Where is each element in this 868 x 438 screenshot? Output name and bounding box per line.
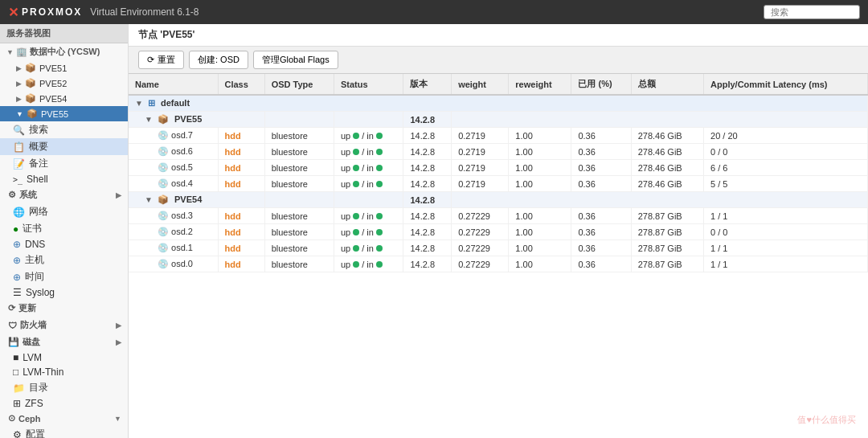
osd-total: 278.46 GiB (631, 160, 703, 176)
osd-status: up / in (334, 160, 403, 176)
sidebar-item-pve55[interactable]: ▼ 📦 PVE55 (0, 106, 128, 121)
osd-weight: 0.2719 (452, 144, 509, 160)
sidebar-label-network: 网络 (29, 205, 48, 219)
sidebar-item-certs[interactable]: ● 证书 (0, 220, 128, 237)
osd-total: 278.87 GiB (631, 208, 703, 224)
node-version: 14.2.8 (403, 192, 452, 208)
col-latency: Apply/Commit Latency (ms) (704, 74, 868, 95)
reload-icon: ⟳ (147, 55, 154, 65)
table-row[interactable]: ▼ 📦 PVE54 14.2.8 (129, 192, 868, 208)
osd-class: hdd (218, 176, 264, 192)
node-name: PVE55 (174, 114, 202, 124)
osd-version: 14.2.8 (403, 160, 452, 176)
sidebar-item-time[interactable]: ⊕ 时间 (0, 268, 128, 285)
sidebar-label-shell: Shell (27, 174, 48, 185)
sidebar-item-ceph[interactable]: ⊙ Ceph ▼ (0, 411, 128, 426)
table-row[interactable]: 💿 osd.4 hdd bluestore up / in 14.2.8 0.2… (129, 176, 868, 192)
sidebar-item-pve52[interactable]: ▶ 📦 PVE52 (0, 76, 128, 91)
osd-version: 14.2.8 (403, 144, 452, 160)
shell-icon: >_ (13, 175, 23, 184)
osd-reweight: 1.00 (509, 176, 571, 192)
table-row[interactable]: 💿 osd.6 hdd bluestore up / in 14.2.8 0.2… (129, 144, 868, 160)
sidebar-item-ceph-config[interactable]: ⚙ 配置 (0, 426, 128, 438)
sidebar-label-notes: 备注 (29, 157, 48, 170)
node-name: PVE54 (174, 194, 202, 204)
table-row[interactable]: ▼ 📦 PVE55 14.2.8 (129, 112, 868, 128)
osd-weight: 0.27229 (452, 256, 509, 272)
search-input[interactable] (764, 5, 860, 19)
sidebar-label-firewall: 防火墙 (20, 319, 47, 331)
osd-status: up / in (334, 208, 403, 224)
sidebar-item-dns[interactable]: ⊕ DNS (0, 237, 128, 252)
sidebar-item-summary[interactable]: 📋 概要 (0, 138, 128, 155)
node-status (334, 112, 403, 128)
node-icon: 📦 (25, 63, 36, 73)
sidebar-item-pve51[interactable]: ▶ 📦 PVE51 (0, 60, 128, 76)
table-row[interactable]: 💿 osd.5 hdd bluestore up / in 14.2.8 0.2… (129, 160, 868, 176)
sidebar-item-shell[interactable]: >_ Shell (0, 172, 128, 186)
osd-class: hdd (218, 128, 264, 144)
table-row[interactable]: 💿 osd.3 hdd bluestore up / in 14.2.8 0.2… (129, 208, 868, 224)
osd-used: 0.36 (571, 224, 631, 240)
arrow-icon: ▶ (16, 64, 22, 72)
sidebar-item-search[interactable]: 🔍 搜索 (0, 121, 128, 138)
sidebar-item-network[interactable]: 🌐 网络 (0, 203, 128, 220)
table-row[interactable]: 💿 osd.7 hdd bluestore up / in 14.2.8 0.2… (129, 128, 868, 144)
sidebar-item-updates[interactable]: ⟳ 更新 (0, 300, 128, 317)
table-row[interactable]: 💿 osd.1 hdd bluestore up / in 14.2.8 0.2… (129, 240, 868, 256)
table-row[interactable]: ▼ ⊞ default (129, 95, 868, 112)
osd-used: 0.36 (571, 144, 631, 160)
osd-class: hdd (218, 224, 264, 240)
chevron-right-icon2: ▶ (116, 321, 121, 330)
gear-icon: ⚙ (8, 190, 16, 200)
osd-type: bluestore (264, 176, 334, 192)
sidebar-label-datacenter: 数据中心 (YCSW) (30, 46, 100, 58)
osd-used: 0.36 (571, 208, 631, 224)
sidebar-item-hosts[interactable]: ⊕ 主机 (0, 252, 128, 268)
sidebar-item-pve54[interactable]: ▶ 📦 PVE54 (0, 91, 128, 106)
col-used-pct: 已用 (%) (571, 74, 631, 95)
content-area: 节点 'PVE55' ⟳ 重置 创建: OSD 管理Global Flags N… (129, 24, 868, 438)
sidebar-item-notes[interactable]: 📝 备注 (0, 155, 128, 172)
sidebar-label-hosts: 主机 (25, 253, 44, 267)
chevron-right-icon: ▶ (116, 191, 121, 199)
sidebar-item-zfs[interactable]: ⊞ ZFS (0, 396, 128, 411)
table-row[interactable]: 💿 osd.2 hdd bluestore up / in 14.2.8 0.2… (129, 224, 868, 240)
lvm-thin-icon: □ (13, 366, 18, 378)
osd-latency: 1 / 1 (704, 256, 868, 272)
osd-version: 14.2.8 (403, 224, 452, 240)
sidebar-item-datacenter[interactable]: ▼ 🏢 数据中心 (YCSW) (0, 43, 128, 60)
create-osd-button[interactable]: 创建: OSD (189, 51, 248, 69)
sidebar-label-updates: 更新 (18, 302, 36, 314)
sidebar-label-dns: DNS (25, 239, 45, 250)
table-row[interactable]: 💿 osd.0 hdd bluestore up / in 14.2.8 0.2… (129, 256, 868, 272)
sidebar-item-lvm[interactable]: ■ LVM (0, 350, 128, 365)
col-status: Status (334, 74, 403, 95)
sidebar-label-ceph-config: 配置 (26, 428, 45, 438)
dns-icon: ⊕ (13, 239, 21, 250)
osd-used: 0.36 (571, 240, 631, 256)
manage-flags-button[interactable]: 管理Global Flags (253, 51, 338, 69)
content-header: 节点 'PVE55' (129, 24, 868, 47)
sidebar: 服务器视图 ▼ 🏢 数据中心 (YCSW) ▶ 📦 PVE51 ▶ 📦 PVE5… (0, 24, 129, 438)
reload-button[interactable]: ⟳ 重置 (138, 51, 184, 69)
osd-status: up / in (334, 144, 403, 160)
osd-icon: 💿 (158, 211, 169, 220)
sidebar-item-lvm-thin[interactable]: □ LVM-Thin (0, 365, 128, 379)
sidebar-item-directory[interactable]: 📁 目录 (0, 379, 128, 396)
col-name: Name (129, 74, 218, 95)
osd-used: 0.36 (571, 160, 631, 176)
sidebar-label-zfs: ZFS (25, 398, 43, 409)
sidebar-label-certs: 证书 (23, 222, 42, 235)
osd-table-container: Name Class OSD Type Status 版本 weight rew… (129, 74, 868, 438)
sidebar-label-system: 系统 (19, 189, 37, 201)
sidebar-item-system[interactable]: ⚙ 系统 ▶ (0, 186, 128, 203)
time-icon: ⊕ (13, 272, 21, 283)
sidebar-item-syslog[interactable]: ☰ Syslog (0, 285, 128, 300)
col-weight: weight (452, 74, 509, 95)
sidebar-item-disks[interactable]: 💾 磁盘 ▶ (0, 334, 128, 350)
search-container (764, 5, 860, 19)
datacenter-icon: 🏢 (16, 47, 27, 57)
sidebar-item-firewall[interactable]: 🛡 防火墙 ▶ (0, 317, 128, 334)
node-icon: 📦 (27, 108, 38, 119)
